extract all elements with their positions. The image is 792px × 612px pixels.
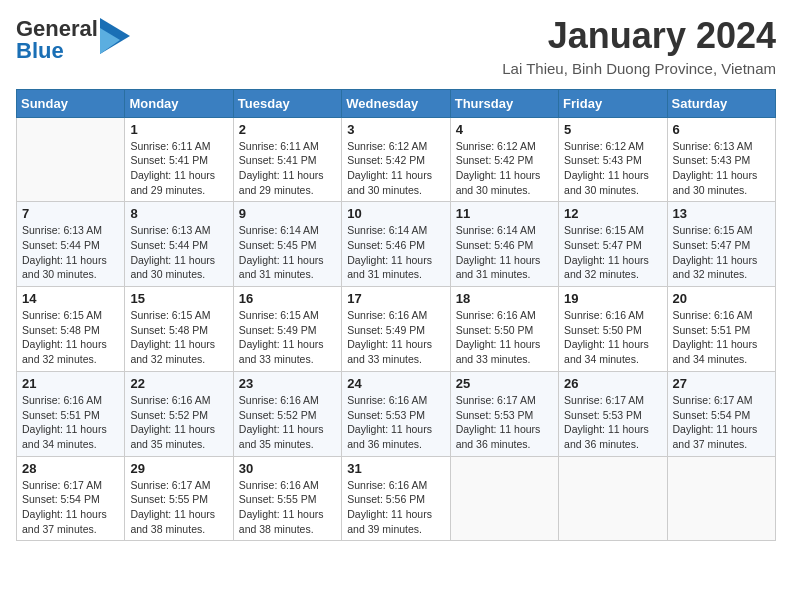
calendar-cell: 10Sunrise: 6:14 AMSunset: 5:46 PMDayligh… [342,202,450,287]
calendar-cell: 2Sunrise: 6:11 AMSunset: 5:41 PMDaylight… [233,117,341,202]
calendar-cell: 14Sunrise: 6:15 AMSunset: 5:48 PMDayligh… [17,287,125,372]
calendar-cell: 19Sunrise: 6:16 AMSunset: 5:50 PMDayligh… [559,287,667,372]
calendar-cell: 16Sunrise: 6:15 AMSunset: 5:49 PMDayligh… [233,287,341,372]
calendar-cell: 29Sunrise: 6:17 AMSunset: 5:55 PMDayligh… [125,456,233,541]
day-info: Sunrise: 6:13 AMSunset: 5:44 PMDaylight:… [130,223,227,282]
day-number: 15 [130,291,227,306]
calendar-header-friday: Friday [559,89,667,117]
day-number: 11 [456,206,553,221]
logo-icon [100,18,130,54]
day-info: Sunrise: 6:17 AMSunset: 5:54 PMDaylight:… [673,393,770,452]
calendar-cell [559,456,667,541]
day-number: 28 [22,461,119,476]
day-number: 7 [22,206,119,221]
calendar-cell [667,456,775,541]
day-number: 21 [22,376,119,391]
day-number: 3 [347,122,444,137]
day-number: 31 [347,461,444,476]
day-info: Sunrise: 6:12 AMSunset: 5:42 PMDaylight:… [347,139,444,198]
day-info: Sunrise: 6:12 AMSunset: 5:43 PMDaylight:… [564,139,661,198]
calendar-week-row: 21Sunrise: 6:16 AMSunset: 5:51 PMDayligh… [17,371,776,456]
calendar-cell: 9Sunrise: 6:14 AMSunset: 5:45 PMDaylight… [233,202,341,287]
calendar-header-monday: Monday [125,89,233,117]
calendar-cell: 20Sunrise: 6:16 AMSunset: 5:51 PMDayligh… [667,287,775,372]
day-number: 2 [239,122,336,137]
calendar-cell: 3Sunrise: 6:12 AMSunset: 5:42 PMDaylight… [342,117,450,202]
day-info: Sunrise: 6:15 AMSunset: 5:48 PMDaylight:… [130,308,227,367]
calendar-cell: 28Sunrise: 6:17 AMSunset: 5:54 PMDayligh… [17,456,125,541]
day-number: 16 [239,291,336,306]
calendar-cell: 24Sunrise: 6:16 AMSunset: 5:53 PMDayligh… [342,371,450,456]
calendar-cell: 1Sunrise: 6:11 AMSunset: 5:41 PMDaylight… [125,117,233,202]
day-info: Sunrise: 6:16 AMSunset: 5:52 PMDaylight:… [130,393,227,452]
calendar-cell: 15Sunrise: 6:15 AMSunset: 5:48 PMDayligh… [125,287,233,372]
day-info: Sunrise: 6:17 AMSunset: 5:54 PMDaylight:… [22,478,119,537]
day-number: 17 [347,291,444,306]
calendar-cell: 6Sunrise: 6:13 AMSunset: 5:43 PMDaylight… [667,117,775,202]
day-number: 23 [239,376,336,391]
calendar-header-row: SundayMondayTuesdayWednesdayThursdayFrid… [17,89,776,117]
day-number: 6 [673,122,770,137]
logo: General Blue [16,16,130,65]
calendar-table: SundayMondayTuesdayWednesdayThursdayFrid… [16,89,776,542]
calendar-cell: 30Sunrise: 6:16 AMSunset: 5:55 PMDayligh… [233,456,341,541]
day-info: Sunrise: 6:15 AMSunset: 5:49 PMDaylight:… [239,308,336,367]
calendar-cell: 11Sunrise: 6:14 AMSunset: 5:46 PMDayligh… [450,202,558,287]
day-info: Sunrise: 6:11 AMSunset: 5:41 PMDaylight:… [130,139,227,198]
day-number: 13 [673,206,770,221]
day-number: 25 [456,376,553,391]
calendar-header-thursday: Thursday [450,89,558,117]
day-number: 27 [673,376,770,391]
calendar-week-row: 7Sunrise: 6:13 AMSunset: 5:44 PMDaylight… [17,202,776,287]
calendar-cell: 26Sunrise: 6:17 AMSunset: 5:53 PMDayligh… [559,371,667,456]
day-info: Sunrise: 6:16 AMSunset: 5:52 PMDaylight:… [239,393,336,452]
day-info: Sunrise: 6:11 AMSunset: 5:41 PMDaylight:… [239,139,336,198]
day-info: Sunrise: 6:15 AMSunset: 5:48 PMDaylight:… [22,308,119,367]
day-number: 14 [22,291,119,306]
day-info: Sunrise: 6:16 AMSunset: 5:55 PMDaylight:… [239,478,336,537]
day-info: Sunrise: 6:15 AMSunset: 5:47 PMDaylight:… [673,223,770,282]
day-number: 12 [564,206,661,221]
calendar-cell: 23Sunrise: 6:16 AMSunset: 5:52 PMDayligh… [233,371,341,456]
day-number: 4 [456,122,553,137]
calendar-cell: 22Sunrise: 6:16 AMSunset: 5:52 PMDayligh… [125,371,233,456]
day-info: Sunrise: 6:12 AMSunset: 5:42 PMDaylight:… [456,139,553,198]
logo-blue-text: Blue [16,38,98,64]
month-title: January 2024 [502,16,776,56]
day-info: Sunrise: 6:16 AMSunset: 5:49 PMDaylight:… [347,308,444,367]
day-info: Sunrise: 6:13 AMSunset: 5:44 PMDaylight:… [22,223,119,282]
day-info: Sunrise: 6:14 AMSunset: 5:46 PMDaylight:… [456,223,553,282]
calendar-cell [450,456,558,541]
day-number: 18 [456,291,553,306]
calendar-cell [17,117,125,202]
day-number: 10 [347,206,444,221]
day-number: 8 [130,206,227,221]
calendar-week-row: 28Sunrise: 6:17 AMSunset: 5:54 PMDayligh… [17,456,776,541]
day-number: 9 [239,206,336,221]
day-info: Sunrise: 6:16 AMSunset: 5:50 PMDaylight:… [564,308,661,367]
day-info: Sunrise: 6:14 AMSunset: 5:46 PMDaylight:… [347,223,444,282]
day-number: 24 [347,376,444,391]
day-number: 22 [130,376,227,391]
calendar-week-row: 1Sunrise: 6:11 AMSunset: 5:41 PMDaylight… [17,117,776,202]
day-number: 29 [130,461,227,476]
calendar-cell: 21Sunrise: 6:16 AMSunset: 5:51 PMDayligh… [17,371,125,456]
location-subtitle: Lai Thieu, Binh Duong Province, Vietnam [502,60,776,77]
day-info: Sunrise: 6:14 AMSunset: 5:45 PMDaylight:… [239,223,336,282]
calendar-header-sunday: Sunday [17,89,125,117]
calendar-cell: 5Sunrise: 6:12 AMSunset: 5:43 PMDaylight… [559,117,667,202]
day-info: Sunrise: 6:13 AMSunset: 5:43 PMDaylight:… [673,139,770,198]
day-info: Sunrise: 6:16 AMSunset: 5:53 PMDaylight:… [347,393,444,452]
calendar-week-row: 14Sunrise: 6:15 AMSunset: 5:48 PMDayligh… [17,287,776,372]
calendar-cell: 12Sunrise: 6:15 AMSunset: 5:47 PMDayligh… [559,202,667,287]
calendar-cell: 31Sunrise: 6:16 AMSunset: 5:56 PMDayligh… [342,456,450,541]
day-number: 19 [564,291,661,306]
calendar-cell: 13Sunrise: 6:15 AMSunset: 5:47 PMDayligh… [667,202,775,287]
calendar-cell: 27Sunrise: 6:17 AMSunset: 5:54 PMDayligh… [667,371,775,456]
day-info: Sunrise: 6:17 AMSunset: 5:53 PMDaylight:… [456,393,553,452]
day-number: 30 [239,461,336,476]
calendar-cell: 25Sunrise: 6:17 AMSunset: 5:53 PMDayligh… [450,371,558,456]
calendar-header-saturday: Saturday [667,89,775,117]
day-number: 20 [673,291,770,306]
calendar-cell: 17Sunrise: 6:16 AMSunset: 5:49 PMDayligh… [342,287,450,372]
